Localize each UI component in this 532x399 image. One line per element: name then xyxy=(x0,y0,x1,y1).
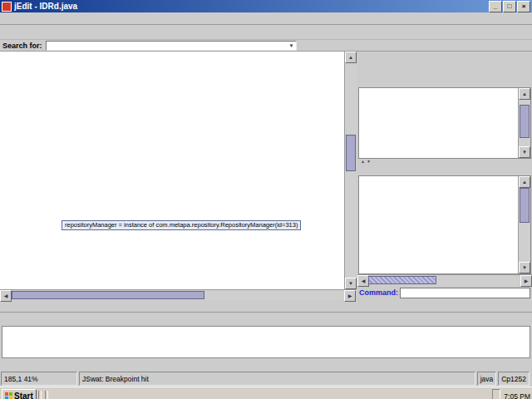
scroll-up-icon[interactable]: ▲ xyxy=(519,176,530,188)
editor-vertical-scrollbar[interactable]: ▲ ▼ xyxy=(344,52,357,289)
locals-rows xyxy=(359,88,518,158)
taskbar-separator xyxy=(45,391,48,399)
search-label: Search for: xyxy=(2,42,42,50)
command-input[interactable] xyxy=(400,288,530,298)
scroll-right-icon[interactable]: ▶ xyxy=(344,290,356,302)
scroll-right-icon[interactable]: ▶ xyxy=(520,275,532,287)
ant-farm-panel xyxy=(0,312,532,371)
editor-hscroll-thumb[interactable] xyxy=(12,291,204,299)
editor-horizontal-scrollbar[interactable]: ◀ ▶ xyxy=(0,289,356,300)
main-toolbar xyxy=(0,25,532,40)
status-message: JSwat: Breakpoint hit xyxy=(79,372,475,386)
scroll-down-icon[interactable]: ▼ xyxy=(519,146,530,158)
command-label: Command: xyxy=(359,288,398,297)
locals-vertical-scrollbar[interactable]: ▲ ▼ xyxy=(518,88,530,158)
system-tray xyxy=(492,389,500,399)
window-title: jEdit - IDRd.java xyxy=(14,2,488,11)
splitter-up-icon[interactable]: ▲ xyxy=(361,160,365,164)
messages-panel: ▲ ▼ xyxy=(358,175,531,274)
jswat-panel: ▲ ▼ ▲ ▼ ▲ ▼ ◀ ▶ xyxy=(357,52,532,312)
start-button[interactable]: Start xyxy=(2,389,37,399)
scroll-down-icon[interactable]: ▼ xyxy=(345,278,357,289)
buffer-tabs xyxy=(0,300,356,312)
taskbar-clock: 7:05 PM xyxy=(504,392,530,399)
search-bar: Search for: ▼ xyxy=(0,40,532,52)
scroll-up-icon[interactable]: ▲ xyxy=(345,52,357,63)
messages-scroll-thumb[interactable] xyxy=(520,188,530,223)
messages-vertical-scrollbar[interactable]: ▲ ▼ xyxy=(518,176,530,273)
messages-text xyxy=(359,176,518,273)
windows-logo-icon xyxy=(5,392,12,399)
minimize-button[interactable]: _ xyxy=(489,1,502,12)
scroll-left-icon[interactable]: ◀ xyxy=(357,275,369,287)
splitter-down-icon[interactable]: ▼ xyxy=(367,160,371,164)
close-button[interactable]: × xyxy=(517,1,530,12)
jedit-window: jEdit - IDRd.java _ □ × Search for: ▼ re… xyxy=(0,0,532,399)
chevron-down-icon[interactable]: ▼ xyxy=(289,43,296,48)
code-editor[interactable]: repositoryManager = instance of com.meta… xyxy=(0,52,344,289)
editor-wrapper: repositoryManager = instance of com.meta… xyxy=(0,52,356,289)
scroll-left-icon[interactable]: ◀ xyxy=(0,290,12,302)
messages-horizontal-scrollbar[interactable]: ◀ ▶ xyxy=(357,274,532,285)
debugger-lower-tabs xyxy=(357,165,532,175)
encoding[interactable]: Cp1252 xyxy=(498,372,530,386)
taskbar-separator xyxy=(38,391,42,399)
ant-toolbar xyxy=(0,313,532,326)
start-label: Start xyxy=(14,392,33,399)
maximize-button[interactable]: □ xyxy=(503,1,516,12)
debugger-toolbar xyxy=(357,52,532,76)
command-row: Command: xyxy=(357,285,532,300)
status-bar: 185,1 41% JSwat: Breakpoint hit java Cp1… xyxy=(0,371,532,387)
main-area: repositoryManager = instance of com.meta… xyxy=(0,52,532,312)
dockable-tabs xyxy=(357,300,532,312)
menu-bar xyxy=(0,12,532,25)
edit-mode[interactable]: java xyxy=(477,372,497,386)
messages-hscroll-thumb[interactable] xyxy=(368,276,436,284)
scroll-down-icon[interactable]: ▼ xyxy=(519,262,530,273)
editor-column: repositoryManager = instance of com.meta… xyxy=(0,52,356,312)
debugger-value-tooltip: repositoryManager = instance of com.meta… xyxy=(62,220,301,230)
ant-target-tree xyxy=(2,326,530,358)
panel-splitter[interactable]: ▲ ▼ xyxy=(357,159,532,165)
locals-scroll-thumb[interactable] xyxy=(520,105,530,138)
title-bar[interactable]: jEdit - IDRd.java _ □ × xyxy=(0,0,532,12)
windows-taskbar: Start 7:05 PM xyxy=(0,387,532,399)
caret-position: 185,1 41% xyxy=(1,372,77,386)
bottom-dock-tabs xyxy=(0,358,532,371)
editor-scroll-thumb[interactable] xyxy=(346,135,356,171)
locals-tree: ▲ ▼ xyxy=(358,87,531,159)
jedit-app-icon xyxy=(2,2,12,12)
search-input[interactable]: ▼ xyxy=(46,41,297,51)
debugger-upper-tabs xyxy=(357,76,532,87)
scroll-up-icon[interactable]: ▲ xyxy=(519,88,530,100)
